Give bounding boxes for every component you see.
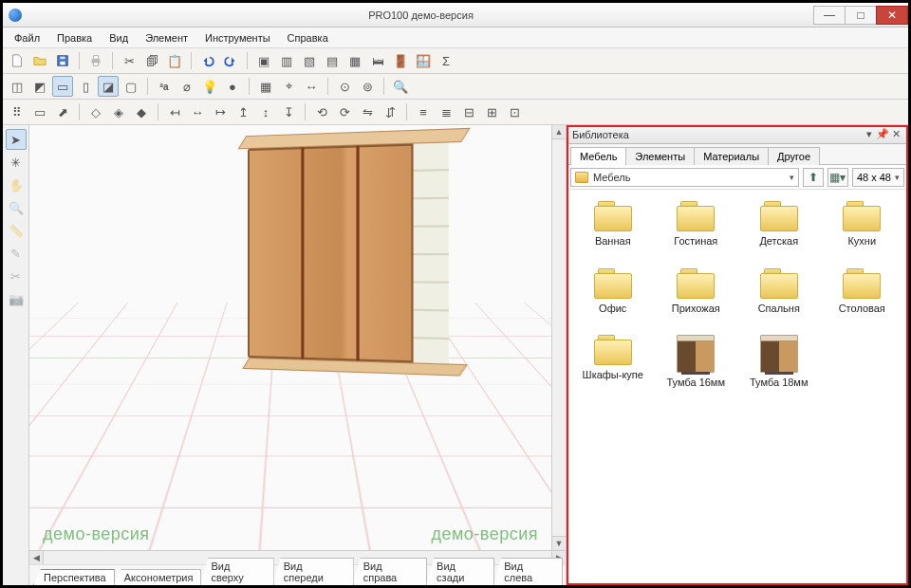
tool-2[interactable]: ▥ bbox=[276, 50, 297, 71]
open-file-button[interactable] bbox=[29, 50, 50, 71]
shadow-button[interactable]: ● bbox=[222, 76, 243, 97]
tool-3[interactable]: ▧ bbox=[299, 50, 320, 71]
center-button[interactable]: ⊙ bbox=[334, 76, 355, 97]
rot-2[interactable]: ⟳ bbox=[334, 101, 355, 122]
view-tab-6[interactable]: Вид слева bbox=[493, 558, 563, 585]
tool-door[interactable]: 🚪 bbox=[390, 50, 411, 71]
grid-button[interactable]: ▦ bbox=[255, 76, 276, 97]
flip-v[interactable]: ⇵ bbox=[380, 101, 400, 122]
tool-5[interactable]: ▦ bbox=[344, 50, 365, 71]
align-c[interactable]: ↔ bbox=[187, 101, 208, 122]
view-tab-1[interactable]: Аксонометрия bbox=[114, 569, 202, 585]
eyedrop-button[interactable]: ⌀ bbox=[177, 76, 197, 97]
tool-bed[interactable]: 🛏 bbox=[367, 50, 388, 71]
paste-button[interactable]: 📋 bbox=[164, 50, 185, 71]
panel-pin-icon[interactable]: 📌 bbox=[876, 128, 889, 140]
scroll-left-icon[interactable]: ◀ bbox=[29, 551, 44, 564]
maximize-button[interactable]: □ bbox=[845, 6, 877, 25]
library-item[interactable]: Тумба 16мм bbox=[658, 335, 735, 389]
cut-button[interactable]: ✂ bbox=[119, 50, 139, 71]
library-item[interactable]: Детская bbox=[740, 201, 818, 248]
light-button[interactable]: 💡 bbox=[199, 76, 220, 97]
sum-button[interactable]: Σ bbox=[436, 50, 456, 71]
view-tab-0[interactable]: Перспектива bbox=[33, 569, 115, 585]
select-button[interactable]: ⬈ bbox=[52, 101, 73, 122]
library-item[interactable]: Гостиная bbox=[658, 201, 735, 248]
library-path-combo[interactable]: Мебель ▾ bbox=[570, 168, 799, 187]
panel-close-icon[interactable]: ✕ bbox=[889, 128, 902, 140]
menu-файл[interactable]: Файл bbox=[7, 30, 47, 46]
snap-button[interactable]: ⌖ bbox=[278, 76, 299, 97]
library-tab-0[interactable]: Мебель bbox=[570, 147, 626, 165]
wardrobe-model[interactable] bbox=[248, 143, 447, 364]
array-button[interactable]: ⠿ bbox=[7, 101, 28, 122]
view-tab-5[interactable]: Вид сзади bbox=[426, 558, 494, 585]
copy-button[interactable]: 🗐 bbox=[141, 50, 162, 71]
library-tab-1[interactable]: Элементы bbox=[625, 147, 695, 165]
view-axo-button[interactable]: ◩ bbox=[29, 76, 50, 97]
library-item[interactable]: Офис bbox=[574, 268, 652, 315]
view-side-button[interactable]: ▯ bbox=[75, 76, 96, 97]
align-b[interactable]: ↧ bbox=[278, 101, 299, 122]
view-wire-button[interactable]: ▢ bbox=[121, 76, 141, 97]
viewport-vscrollbar[interactable]: ▲ ▼ bbox=[551, 125, 566, 550]
dist-1[interactable]: ≡ bbox=[413, 101, 434, 122]
zoom-tool[interactable]: 🔍 bbox=[6, 197, 27, 218]
undo-button[interactable] bbox=[197, 50, 218, 71]
library-tab-2[interactable]: Материалы bbox=[694, 147, 769, 165]
flip-h[interactable]: ⇋ bbox=[357, 101, 378, 122]
view-persp-button[interactable]: ◫ bbox=[7, 76, 28, 97]
view-shade-button[interactable]: ◪ bbox=[98, 76, 119, 97]
menu-инструменты[interactable]: Инструменты bbox=[197, 30, 278, 46]
view-tab-2[interactable]: Вид сверху bbox=[200, 558, 273, 585]
measure-tool[interactable]: 📏 bbox=[6, 220, 27, 241]
library-item[interactable]: Спальня bbox=[740, 268, 818, 315]
orbit-tool[interactable]: ✳ bbox=[6, 152, 27, 173]
up-folder-button[interactable]: ⬆ bbox=[803, 168, 824, 187]
cut-tool[interactable]: ✂ bbox=[6, 266, 27, 286]
library-item[interactable]: Тумба 18мм bbox=[740, 335, 818, 389]
edit-2[interactable]: ◈ bbox=[108, 101, 129, 122]
menu-правка[interactable]: Правка bbox=[49, 30, 100, 46]
view-tab-4[interactable]: Вид справа bbox=[353, 558, 427, 585]
library-item[interactable]: Кухни bbox=[824, 201, 902, 248]
new-file-button[interactable] bbox=[7, 50, 28, 71]
viewport-3d[interactable]: демо-версия демо-версия bbox=[29, 125, 551, 550]
align-t[interactable]: ↥ bbox=[232, 101, 253, 122]
dist-5[interactable]: ⊡ bbox=[504, 101, 525, 122]
rect-button[interactable]: ▭ bbox=[29, 101, 50, 122]
dist-4[interactable]: ⊞ bbox=[481, 101, 502, 122]
tool-4[interactable]: ▤ bbox=[322, 50, 343, 71]
redo-button[interactable] bbox=[220, 50, 241, 71]
dist-3[interactable]: ⊟ bbox=[458, 101, 479, 122]
scroll-up-icon[interactable]: ▲ bbox=[552, 125, 566, 139]
center2-button[interactable]: ⊚ bbox=[357, 76, 378, 97]
camera-tool[interactable]: 📷 bbox=[6, 288, 27, 309]
note-tool[interactable]: ✎ bbox=[6, 243, 27, 264]
print-button[interactable] bbox=[85, 50, 106, 71]
align-m[interactable]: ↕ bbox=[255, 101, 276, 122]
minimize-button[interactable]: — bbox=[813, 6, 846, 25]
dims-button[interactable]: ↔ bbox=[301, 76, 322, 97]
pan-tool[interactable]: ✋ bbox=[6, 175, 27, 195]
tool-1[interactable]: ▣ bbox=[253, 50, 274, 71]
tool-window[interactable]: 🪟 bbox=[413, 50, 434, 71]
menu-элемент[interactable]: Элемент bbox=[138, 30, 195, 46]
cursor-tool[interactable]: ➤ bbox=[6, 129, 27, 150]
align-r[interactable]: ↦ bbox=[210, 101, 231, 122]
library-item[interactable]: Столовая bbox=[824, 268, 902, 315]
view-tab-3[interactable]: Вид спереди bbox=[273, 558, 354, 585]
zoom-button[interactable]: 🔍 bbox=[390, 76, 411, 97]
rot-1[interactable]: ⟲ bbox=[311, 101, 332, 122]
edit-3[interactable]: ◆ bbox=[131, 101, 152, 122]
save-file-button[interactable] bbox=[52, 50, 73, 71]
align-l[interactable]: ↤ bbox=[164, 101, 185, 122]
dist-2[interactable]: ≣ bbox=[436, 101, 456, 122]
edit-1[interactable]: ◇ bbox=[85, 101, 106, 122]
library-item[interactable]: Ванная bbox=[574, 201, 652, 248]
close-button[interactable]: ✕ bbox=[876, 6, 908, 25]
menu-вид[interactable]: Вид bbox=[102, 30, 136, 46]
menu-справка[interactable]: Справка bbox=[280, 30, 336, 46]
library-tab-3[interactable]: Другое bbox=[768, 147, 820, 165]
view-front-button[interactable]: ▭ bbox=[52, 76, 73, 97]
